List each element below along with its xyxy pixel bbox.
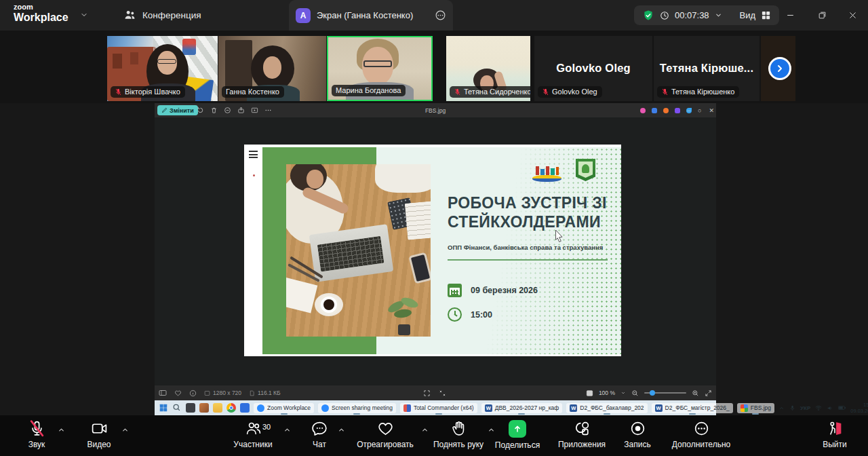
video-tile-active-speaker[interactable]: Марина Богданова bbox=[327, 36, 433, 101]
calculator-icon[interactable] bbox=[240, 403, 250, 413]
person-2 bbox=[375, 164, 431, 193]
window-minimize-button[interactable] bbox=[775, 0, 806, 31]
video-button[interactable]: Видео bbox=[72, 420, 126, 449]
taskbar-app-word-doc1[interactable]: W ДВВ_2026-2027 нр_каф bbox=[481, 403, 563, 413]
taskview-icon[interactable] bbox=[186, 403, 195, 413]
info-icon[interactable] bbox=[189, 390, 197, 397]
security-shield-icon[interactable] bbox=[642, 10, 654, 22]
share-screen-button[interactable]: Поделиться bbox=[487, 420, 548, 450]
taskbar-app-totalcommander[interactable]: Total Commander (x64) bbox=[400, 403, 477, 413]
chat-options-caret[interactable] bbox=[338, 426, 345, 434]
taskbar-app-word-doc3[interactable]: W D2_ФБС_магістр_2026_ bbox=[652, 403, 733, 413]
photos-close-button[interactable]: ✕ bbox=[709, 107, 714, 114]
share-icon[interactable] bbox=[237, 107, 245, 114]
photos-maximize-button[interactable]: ○ bbox=[698, 107, 701, 114]
hide-icon[interactable] bbox=[224, 107, 231, 114]
zoom-slider[interactable] bbox=[644, 392, 686, 394]
chat-button[interactable]: Чат bbox=[300, 420, 338, 449]
battery-icon[interactable] bbox=[838, 405, 846, 411]
more-options-icon[interactable] bbox=[264, 107, 272, 114]
logo-workplace-text: Workplace bbox=[14, 12, 68, 23]
slideshow-icon[interactable] bbox=[251, 107, 258, 114]
record-label: Запись bbox=[624, 440, 650, 449]
fullscreen-icon[interactable] bbox=[705, 390, 712, 397]
chrome-icon[interactable] bbox=[226, 403, 236, 413]
tab-more-icon[interactable] bbox=[435, 10, 446, 21]
raise-hand-button[interactable]: Поднять руку bbox=[426, 420, 491, 449]
word-icon: W bbox=[655, 404, 663, 412]
delete-icon[interactable] bbox=[210, 107, 218, 114]
slide-subtitle: ОПП Фінанси, банківська справа та страху… bbox=[448, 244, 617, 251]
video-tile[interactable]: Вікторія Швачко bbox=[107, 36, 218, 101]
participants-options-caret[interactable] bbox=[283, 426, 291, 434]
meeting-info-pill[interactable]: 00:07:38 Вид bbox=[634, 5, 779, 25]
react-button[interactable]: Отреагировать bbox=[347, 420, 423, 449]
chevron-down-icon[interactable] bbox=[80, 11, 88, 19]
favorite-heart-icon[interactable] bbox=[174, 390, 182, 396]
mouse-cursor bbox=[555, 229, 564, 243]
shared-screen-area: Змінити FBS.jpg bbox=[0, 103, 868, 415]
participants-button[interactable]: 30 Участники bbox=[220, 420, 285, 449]
apps-icon bbox=[574, 420, 591, 437]
window-close-button[interactable] bbox=[837, 0, 868, 31]
video-tile-no-video[interactable]: Тетяна Кірюше... Тетяна Кірюшенко bbox=[654, 36, 760, 101]
timer-chevron-icon[interactable] bbox=[715, 12, 722, 19]
video-label: Видео bbox=[87, 440, 111, 449]
fit-to-window-icon[interactable] bbox=[423, 390, 431, 397]
file-size-icon bbox=[249, 390, 255, 396]
tray-date: 09.03.2026 bbox=[850, 408, 868, 414]
tab-conference[interactable]: Конференция bbox=[117, 5, 208, 25]
taskbar-app-zoom[interactable]: Zoom Workplace bbox=[254, 403, 314, 413]
taskbar-app-screenshare[interactable]: Screen sharing meeting bbox=[318, 403, 396, 413]
tab-screen-share[interactable]: A Экран (Ганна Костенко) bbox=[289, 0, 453, 31]
taskbar-app-photos[interactable]: FBS.jpg bbox=[737, 403, 774, 413]
audio-button[interactable]: Звук bbox=[11, 420, 62, 449]
photos-minimize-button[interactable]: – bbox=[687, 107, 690, 114]
tray-mic-icon[interactable] bbox=[789, 405, 795, 411]
language-indicator[interactable]: УКР bbox=[800, 405, 810, 411]
blue-app-icon[interactable] bbox=[652, 108, 657, 113]
taskbar-app-word-doc2[interactable]: W D2_ФБС_бакалавр_202 bbox=[566, 403, 647, 413]
notepad bbox=[405, 201, 431, 240]
actual-size-icon[interactable] bbox=[439, 390, 446, 397]
view-button-label[interactable]: Вид bbox=[740, 10, 756, 20]
thumbnail-toggle-icon[interactable] bbox=[586, 390, 593, 397]
app-icon[interactable] bbox=[199, 403, 209, 413]
clipchamp-icon[interactable] bbox=[663, 108, 669, 113]
zoom-in-icon[interactable] bbox=[692, 390, 699, 397]
zoom-level-value[interactable]: 100 % bbox=[599, 390, 615, 396]
clock-icon bbox=[448, 307, 462, 322]
tray-clock[interactable]: 15:07 09.03.2026 bbox=[850, 402, 868, 414]
participants-count: 30 bbox=[262, 423, 271, 431]
video-tile[interactable]: Ганна Костенко bbox=[218, 36, 326, 101]
apps-button[interactable]: Приложения bbox=[551, 420, 613, 449]
more-icon bbox=[693, 420, 710, 437]
purple-app-icon[interactable] bbox=[675, 108, 680, 113]
leave-button[interactable]: Выйти bbox=[812, 420, 857, 449]
participant-name: Вікторія Швачко bbox=[125, 88, 180, 96]
audio-options-caret[interactable] bbox=[58, 426, 65, 434]
video-tile[interactable]: Тетяна Сидорченко bbox=[446, 36, 530, 101]
tray-expand-icon[interactable] bbox=[778, 405, 785, 411]
volume-icon[interactable] bbox=[827, 405, 833, 411]
window-restore-button[interactable] bbox=[807, 0, 837, 31]
rotate-icon[interactable] bbox=[197, 107, 204, 114]
edit-button[interactable]: Змінити bbox=[157, 105, 198, 115]
zoom-out-icon[interactable] bbox=[631, 390, 639, 397]
video-options-caret[interactable] bbox=[121, 426, 129, 434]
search-icon[interactable] bbox=[172, 403, 182, 413]
file-explorer-icon[interactable] bbox=[213, 403, 222, 413]
view-grid-icon[interactable] bbox=[761, 10, 771, 20]
record-button[interactable]: Запись bbox=[617, 420, 658, 449]
share-icon bbox=[509, 420, 526, 438]
designer-icon[interactable] bbox=[640, 108, 646, 113]
next-participants-button[interactable] bbox=[768, 57, 791, 80]
slide-time-row: 15:00 bbox=[448, 307, 492, 322]
slide-date-row: 09 березня 2026 bbox=[448, 284, 538, 297]
filmstrip-icon[interactable] bbox=[159, 390, 167, 396]
zoom-slider-knob[interactable] bbox=[650, 390, 655, 396]
video-tile-no-video[interactable]: Golovko Oleg Golovko Oleg bbox=[534, 36, 652, 101]
start-button[interactable] bbox=[159, 403, 168, 413]
wifi-icon[interactable] bbox=[815, 405, 822, 411]
more-button[interactable]: Дополнительно bbox=[663, 420, 739, 449]
